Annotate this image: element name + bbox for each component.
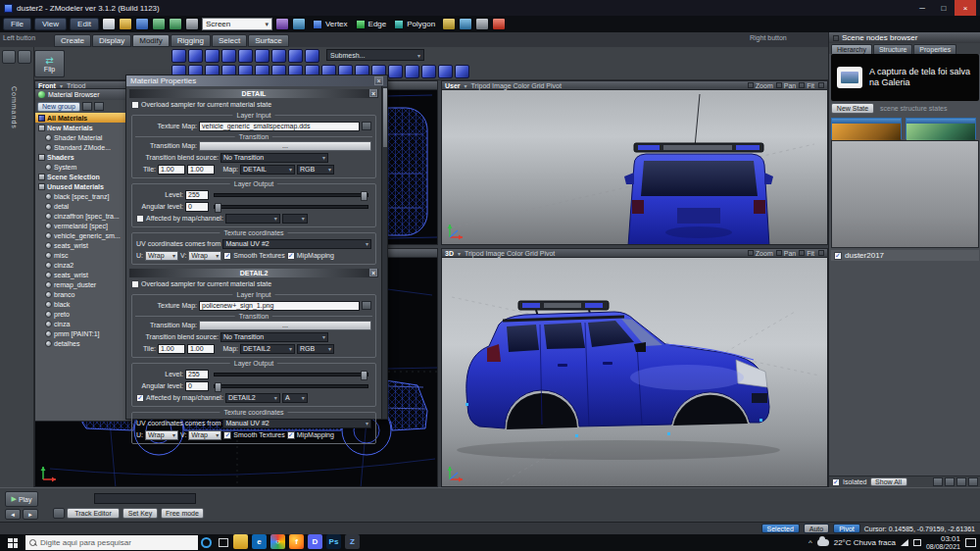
material-tree-item[interactable]: Unused Materials	[35, 181, 132, 191]
section-header-detail2[interactable]: DETAIL2 ×	[129, 269, 378, 277]
texture-slot-icon[interactable]	[405, 65, 419, 78]
affected-checkbox[interactable]	[136, 215, 144, 223]
material-tree-item[interactable]: seats_wrist	[35, 240, 132, 250]
viewport-control[interactable]: Pan	[776, 250, 796, 257]
texture-slot-icon[interactable]	[388, 65, 403, 78]
action-center-icon[interactable]	[965, 538, 976, 547]
dialog-close-icon[interactable]: ×	[374, 76, 383, 85]
texture-slot-icon[interactable]	[255, 49, 270, 63]
save-icon[interactable]	[135, 18, 149, 30]
sort-icon[interactable]	[945, 477, 955, 486]
affected-channel-select[interactable]	[282, 214, 308, 224]
u-wrap-select[interactable]: Wrap	[145, 251, 178, 261]
edge-icon[interactable]: e	[250, 534, 269, 551]
pivot-badge[interactable]: Pivot	[833, 524, 860, 533]
overload-checkbox[interactable]	[131, 101, 139, 109]
affected-checkbox[interactable]: ✓	[136, 394, 144, 402]
material-tree-item[interactable]: detal	[35, 201, 132, 211]
command-icon[interactable]	[2, 50, 16, 64]
material-browser-header[interactable]: Material Browser	[35, 89, 132, 100]
cortana-button[interactable]	[198, 534, 215, 551]
viewport-control[interactable]: Pan	[776, 82, 796, 89]
collapse-icon[interactable]	[968, 477, 978, 486]
ribbon-tab[interactable]: Create	[54, 34, 91, 47]
material-tree-item[interactable]: remap_duster	[35, 279, 132, 289]
new-scene-icon[interactable]	[102, 18, 116, 30]
scene-browser-tab[interactable]: Structure	[873, 44, 912, 54]
tile-u-field[interactable]: 1.00	[158, 165, 185, 175]
material-tree-item[interactable]: misc	[35, 250, 132, 260]
delete-material-icon[interactable]	[94, 102, 104, 111]
angular-level-field[interactable]: 0	[185, 202, 209, 212]
texture-slot-icon[interactable]	[172, 49, 186, 63]
filter-icon[interactable]	[933, 477, 943, 486]
viewport-user[interactable]: User▾ Tripod Image Color Grid Pivot Zoom…	[441, 80, 828, 245]
volume-icon[interactable]	[913, 539, 921, 546]
discord-icon[interactable]: D	[306, 534, 324, 551]
track-editor-button[interactable]: Track Editor	[67, 508, 120, 519]
flip-tool-button[interactable]: ⇄ Flip	[34, 50, 65, 77]
texture-slot-icon[interactable]	[238, 49, 253, 63]
texture-slot-icon[interactable]	[205, 49, 220, 63]
isolated-checkbox[interactable]: ✓	[832, 478, 840, 486]
map-select[interactable]: DETAIL	[240, 165, 295, 175]
material-tree-item[interactable]: Scene Selection	[35, 172, 132, 181]
menu-item[interactable]: View	[34, 18, 67, 30]
show-all-button[interactable]: Show All	[870, 477, 907, 486]
section-close-icon[interactable]: ×	[369, 89, 377, 97]
texture-slot-icon[interactable]	[221, 49, 236, 63]
material-tree-item[interactable]: All Materials	[35, 113, 132, 123]
taskbar-clock[interactable]: 03:01 08/08/2021	[926, 535, 960, 551]
firefox-icon[interactable]: f	[287, 534, 306, 551]
ribbon-tab[interactable]: Surface	[248, 34, 289, 47]
viewport-maximize-icon[interactable]	[818, 250, 824, 256]
new-group-button[interactable]: New group	[37, 102, 80, 112]
v-wrap-select[interactable]: Wrap	[188, 251, 221, 261]
texture-slot-icon[interactable]	[421, 65, 436, 78]
section-close-icon[interactable]: ×	[369, 269, 377, 276]
axes-icon[interactable]	[475, 18, 489, 30]
ribbon-tab[interactable]: Select	[212, 34, 247, 47]
smooth-textures-checkbox[interactable]: ✓	[223, 431, 231, 439]
task-view-button[interactable]	[215, 534, 231, 551]
ribbon-tab[interactable]: Display	[92, 34, 131, 47]
level-field[interactable]: 255	[185, 370, 209, 379]
viewport-control[interactable]: Fit	[799, 250, 814, 257]
render-icon[interactable]	[275, 18, 289, 30]
material-tree-item[interactable]: Shader Material	[35, 132, 132, 142]
tray-overflow-icon[interactable]: ^	[808, 538, 812, 547]
start-button[interactable]	[0, 534, 25, 551]
network-icon[interactable]	[901, 539, 908, 546]
undo-icon[interactable]	[152, 18, 166, 30]
material-tree-item[interactable]: New Materials	[35, 123, 132, 132]
scene-browser-tab[interactable]: Hierarchy	[831, 44, 872, 54]
material-tree-item[interactable]: Standard ZMode...	[35, 142, 132, 152]
material-tree-item[interactable]: vermelanid [spec]	[35, 221, 132, 230]
viewport-menu[interactable]: Tripod Image Color Grid Pivot	[471, 82, 562, 89]
set-key-button[interactable]: Set Key	[122, 508, 158, 519]
scene-browser-header[interactable]: Scene nodes browser	[829, 32, 980, 43]
tile-v-field[interactable]: 1.00	[187, 344, 215, 354]
level-slider[interactable]	[214, 373, 368, 376]
redo-icon[interactable]	[169, 18, 182, 30]
tile-v-field[interactable]: 1.00	[187, 165, 215, 175]
material-tree-item[interactable]: branco	[35, 289, 132, 299]
uv-source-select[interactable]: Manual UV #2	[222, 419, 371, 428]
mipmapping-checkbox[interactable]: ✓	[287, 431, 295, 439]
selected-badge[interactable]: Selected	[761, 524, 800, 533]
photoshop-icon[interactable]: Ps	[324, 534, 343, 551]
affected-channel-select[interactable]: A	[282, 393, 308, 403]
texture-browse-icon[interactable]	[362, 122, 371, 130]
texture-slot-icon[interactable]	[188, 49, 203, 63]
channel-select[interactable]: RGB	[297, 165, 334, 175]
material-tree-item[interactable]: Shaders	[35, 152, 132, 162]
settings-icon[interactable]	[185, 18, 199, 30]
angular-level-slider[interactable]	[214, 205, 368, 209]
viewport-3d[interactable]: 3D▾ Tripod Image Color Grid Pivot ZoomPa…	[441, 248, 828, 487]
texture-map-field[interactable]: vehicle_generic_smallspecmap.dds	[199, 122, 360, 131]
viewport-3d-canvas[interactable]	[442, 258, 827, 486]
viewport-maximize-icon[interactable]	[818, 82, 824, 88]
edge-mode-button[interactable]: Edge	[352, 18, 391, 30]
maximize-button[interactable]: □	[933, 0, 955, 16]
chrome-icon[interactable]: ○	[269, 534, 287, 551]
